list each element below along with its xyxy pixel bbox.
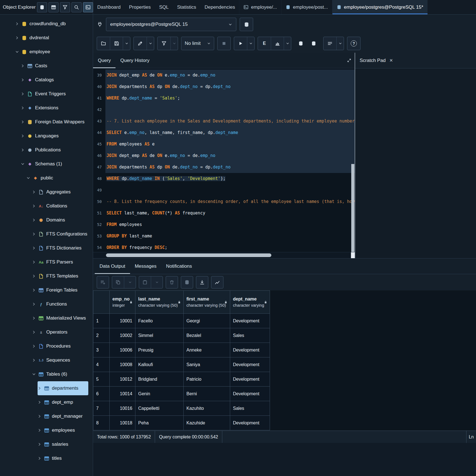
editor-line-47[interactable]: 47JOIN departments AS dp ON de.dept_no =…: [93, 161, 355, 173]
cell-dept_name[interactable]: Development: [230, 343, 270, 357]
save-file-button[interactable]: [110, 37, 123, 50]
cell-first_name[interactable]: Georgi: [184, 314, 230, 328]
cell-emp_no[interactable]: 10006: [110, 343, 135, 357]
chevron-right-icon[interactable]: [38, 442, 41, 446]
explain-analyze-button[interactable]: [271, 37, 284, 50]
chevron-right-icon[interactable]: [32, 316, 36, 320]
chevron-right-icon[interactable]: [38, 428, 41, 432]
save-options-button[interactable]: [123, 37, 130, 50]
chevron-down-icon[interactable]: [21, 162, 25, 166]
filter-button[interactable]: [60, 2, 70, 12]
commit-button[interactable]: [294, 37, 307, 50]
chevron-down-icon[interactable]: [15, 50, 19, 54]
cell-dept_name[interactable]: Development: [230, 372, 270, 387]
search-button[interactable]: [71, 2, 82, 12]
tree-item-fts-configurations[interactable]: FTS Configurations: [32, 227, 88, 241]
tree-item-fts-dictionaries[interactable]: FTS Dictionaries: [32, 241, 88, 255]
editor-line-51[interactable]: 51SELECT last_name, COUNT(*) AS frequenc…: [93, 207, 355, 219]
chevron-right-icon[interactable]: [32, 288, 36, 292]
chevron-right-icon[interactable]: [32, 190, 36, 194]
editor-line-49[interactable]: 49: [93, 184, 355, 196]
tree-item-sequences[interactable]: 1..3Sequences: [32, 353, 88, 367]
editor-line-44[interactable]: 44SELECT e.emp_no, last_name, first_name…: [93, 127, 355, 138]
tree-item-publications[interactable]: Publications: [21, 143, 88, 157]
tab-query[interactable]: Query: [93, 53, 115, 68]
horizontal-scroll-thumb[interactable]: [106, 253, 271, 257]
cell-emp_no[interactable]: 10008: [110, 357, 135, 372]
save-data-button[interactable]: [181, 276, 193, 288]
delete-rows-button[interactable]: [166, 276, 178, 288]
chevron-right-icon[interactable]: [32, 344, 36, 348]
cell-emp_no[interactable]: 10016: [110, 401, 135, 416]
graph-visualiser-button[interactable]: [211, 276, 223, 288]
paste-options-button[interactable]: [151, 276, 163, 288]
editor-line-42[interactable]: 42: [93, 104, 355, 115]
grid-view-button[interactable]: [48, 2, 59, 12]
cell-last_name[interactable]: Simmel: [135, 328, 184, 343]
chevron-right-icon[interactable]: [38, 400, 41, 404]
editor-line-45[interactable]: 45FROM employees AS e: [93, 138, 355, 150]
cell-last_name[interactable]: Peha: [135, 416, 184, 430]
database-button[interactable]: [37, 2, 47, 12]
cell-emp_no[interactable]: 10012: [110, 372, 135, 387]
tree-item-dvdrental[interactable]: dvdrental: [15, 31, 88, 45]
explain-options-button[interactable]: [284, 37, 291, 50]
tree-item-dept-emp[interactable]: dept_emp: [38, 395, 88, 409]
tree-item-public[interactable]: public: [26, 171, 88, 185]
download-results-button[interactable]: [196, 276, 208, 288]
tree-item-dept-manager[interactable]: dept_manager: [38, 409, 88, 423]
editor-line-46[interactable]: 46JOIN dept_emp AS de ON e.emp_no = de.e…: [93, 150, 355, 161]
tab-statistics[interactable]: Statistics: [173, 0, 200, 14]
row-number-cell[interactable]: 7: [93, 401, 110, 416]
tree-item-foreign-tables[interactable]: Foreign Tables: [32, 283, 88, 297]
chevron-right-icon[interactable]: [21, 120, 25, 124]
row-number-header[interactable]: [93, 291, 110, 314]
cell-first_name[interactable]: Saniya: [184, 357, 230, 372]
cell-last_name[interactable]: Cappelletti: [135, 401, 184, 416]
tree-item-event-triggers[interactable]: Event Triggers: [21, 87, 88, 101]
cell-first_name[interactable]: Kazuhito: [184, 401, 230, 416]
chevron-right-icon[interactable]: [15, 36, 19, 40]
chevron-right-icon[interactable]: [32, 246, 36, 250]
tree-item-languages[interactable]: Languages: [21, 129, 88, 143]
chevron-right-icon[interactable]: [32, 274, 36, 278]
cell-first_name[interactable]: Berni: [184, 387, 230, 401]
new-connection-button[interactable]: [240, 18, 253, 31]
tab-employee[interactable]: employee/...: [239, 0, 281, 14]
editor-horizontal-scrollbar[interactable]: [93, 252, 355, 258]
tree-item-functions[interactable]: ƒFunctions: [32, 297, 88, 311]
tree-item-domains[interactable]: Domains: [32, 213, 88, 227]
cell-first_name[interactable]: Kazuhide: [184, 416, 230, 430]
scratch-pad-textarea[interactable]: [355, 68, 476, 258]
copy-options-button[interactable]: [124, 276, 136, 288]
editor-line-48[interactable]: 48WHERE dp.dept_name IN ('Sales', 'Devel…: [93, 173, 355, 184]
paste-button[interactable]: [139, 276, 151, 288]
row-number-cell[interactable]: 2: [93, 328, 110, 343]
tree-item-fts-templates[interactable]: FTS Templates: [32, 269, 88, 283]
editor-line-43[interactable]: 43-- 7. List each employee in the Sales …: [93, 115, 355, 127]
copy-button[interactable]: [112, 276, 124, 288]
chevron-right-icon[interactable]: [21, 106, 25, 110]
row-number-cell[interactable]: 4: [93, 357, 110, 372]
chevron-right-icon[interactable]: [21, 148, 25, 152]
tab-messages[interactable]: Messages: [130, 258, 161, 274]
close-icon[interactable]: ×: [390, 57, 393, 64]
chevron-right-icon[interactable]: [32, 358, 36, 362]
editor-line-40[interactable]: 40JOIN departments AS dp ON de.dept_no =…: [93, 81, 355, 93]
tab-query-history[interactable]: Query History: [115, 53, 154, 68]
maximize-panel-icon[interactable]: [347, 58, 351, 63]
chevron-right-icon[interactable]: [21, 134, 25, 138]
chevron-right-icon[interactable]: [38, 456, 41, 460]
tab-properties[interactable]: Properties: [125, 0, 155, 14]
editor-line-54[interactable]: 54ORDER BY frequency DESC;: [93, 242, 355, 252]
editor-vertical-scrollbar[interactable]: [351, 68, 355, 252]
row-number-cell[interactable]: 3: [93, 343, 110, 357]
vertical-scroll-thumb[interactable]: [351, 164, 354, 252]
explain-button[interactable]: E: [258, 37, 271, 50]
open-query-tool-button[interactable]: [83, 2, 93, 12]
tab-dependencies[interactable]: Dependencies: [200, 0, 239, 14]
tab-sql[interactable]: SQL: [155, 0, 173, 14]
tree-item-aggregates[interactable]: Aggregates: [32, 185, 88, 199]
macros-button[interactable]: [324, 37, 336, 50]
chevron-right-icon[interactable]: [21, 64, 25, 68]
